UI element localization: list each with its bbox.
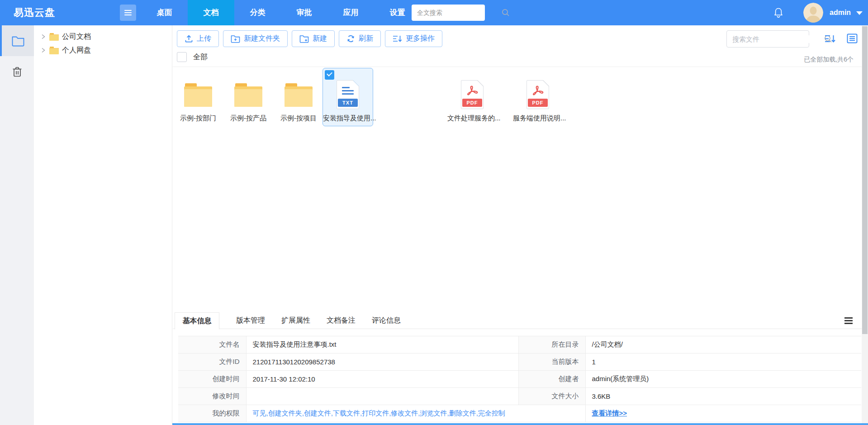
- folder-icon: [49, 33, 59, 41]
- menu-item-approval[interactable]: 审批: [281, 0, 327, 25]
- pdf-file-icon: PDF: [526, 80, 549, 109]
- file-name: 服务端使用说明...: [513, 114, 563, 123]
- folder-nav-icon: [11, 35, 25, 47]
- field-label: 当前版本: [518, 353, 585, 371]
- main-content: 上传 新建文件夹 新建: [173, 25, 862, 425]
- file-item-folder[interactable]: 示例-按项目: [273, 68, 324, 126]
- file-search: [726, 30, 809, 48]
- folder-tree: 公司文档 个人网盘: [34, 25, 172, 425]
- folder-icon: [285, 83, 313, 107]
- file-item-folder[interactable]: 示例-按产品: [223, 68, 274, 126]
- file-item-pdf[interactable]: PDF 服务端使用说明...: [512, 68, 563, 126]
- new-file-button[interactable]: 新建: [292, 30, 335, 47]
- vertical-scrollbar[interactable]: [862, 25, 868, 425]
- upload-button[interactable]: 上传: [177, 30, 219, 47]
- top-navbar: 易迅云盘 桌面 文档 分类 审批 应用 设置 admin: [0, 0, 868, 25]
- new-folder-button-label: 新建文件夹: [244, 34, 280, 43]
- new-file-icon: [299, 35, 309, 43]
- menu-toggle-icon[interactable]: [120, 5, 136, 21]
- global-search-input[interactable]: [412, 9, 502, 16]
- menu-item-documents[interactable]: 文档: [188, 0, 234, 25]
- file-grid: 示例-按部门 示例-按产品 示例-按项目 TXT 安装指导及使用...: [173, 67, 862, 311]
- username[interactable]: admin: [830, 0, 851, 25]
- file-name: 示例-按部门: [173, 114, 223, 123]
- tab-basic-info[interactable]: 基本信息: [175, 312, 219, 329]
- file-item-txt-selected[interactable]: TXT 安装指导及使用...: [323, 68, 373, 126]
- tab-versions[interactable]: 版本管理: [228, 312, 273, 329]
- toolbar: 上传 新建文件夹 新建: [177, 30, 442, 47]
- scrollbar-thumb[interactable]: [862, 26, 868, 334]
- upload-button-label: 上传: [197, 34, 211, 43]
- list-header: 全部 已全部加载,共6个: [173, 51, 862, 67]
- rail-item-trash[interactable]: [0, 56, 34, 87]
- select-all-label: 全部: [193, 53, 208, 62]
- table-row: 修改时间 文件大小 3.6KB: [178, 388, 861, 405]
- app-logo: 易迅云盘: [14, 0, 55, 25]
- refresh-button[interactable]: 刷新: [339, 30, 381, 47]
- new-folder-button[interactable]: 新建文件夹: [223, 30, 288, 47]
- field-value-fileid: 2120171130120209852738: [246, 353, 518, 371]
- file-search-input[interactable]: [727, 35, 824, 43]
- pdf-badge: PDF: [528, 99, 548, 107]
- field-label: 创建者: [518, 371, 585, 388]
- bell-icon[interactable]: [773, 7, 784, 19]
- field-value-modified: [246, 388, 518, 405]
- field-label: 文件ID: [178, 353, 246, 371]
- menu-item-category[interactable]: 分类: [234, 0, 281, 25]
- detail-panel: 基本信息 版本管理 扩展属性 文档备注 评论信息 文件名 安装指导及使用注意事项…: [173, 312, 862, 425]
- field-label: 修改时间: [178, 388, 246, 405]
- tree-item-label: 公司文档: [62, 32, 91, 42]
- global-search: [412, 5, 485, 21]
- avatar[interactable]: [803, 3, 823, 23]
- more-actions-button-label: 更多操作: [406, 34, 435, 43]
- table-row: 文件ID 2120171130120209852738 当前版本 1: [178, 353, 861, 371]
- tree-item-label: 个人网盘: [62, 46, 91, 55]
- field-value-created: 2017-11-30 12:02:10: [246, 371, 518, 388]
- new-file-button-label: 新建: [313, 34, 327, 43]
- tab-comments[interactable]: 评论信息: [364, 312, 409, 329]
- search-icon[interactable]: [502, 9, 510, 17]
- tree-item-personal-drive[interactable]: 个人网盘: [34, 43, 172, 57]
- more-actions-button[interactable]: 更多操作: [385, 30, 442, 47]
- selected-checkbox[interactable]: [325, 70, 334, 80]
- field-label: 创建时间: [178, 371, 246, 388]
- field-value-version: 1: [585, 353, 861, 371]
- list-view-icon[interactable]: [847, 33, 858, 43]
- txt-badge: TXT: [338, 99, 358, 107]
- table-row: 创建时间 2017-11-30 12:02:10 创建者 admin(系统管理员…: [178, 371, 861, 388]
- view-details-link[interactable]: 查看详情>>: [592, 409, 627, 417]
- hamburger-icon[interactable]: [844, 317, 853, 324]
- bottom-accent-line: [172, 423, 868, 425]
- chevron-right-icon[interactable]: [41, 48, 46, 53]
- table-row: 文件名 安装指导及使用注意事项.txt 所在目录 /公司文档/: [178, 336, 861, 353]
- folder-icon: [184, 83, 212, 107]
- tree-item-company-docs[interactable]: 公司文档: [34, 30, 172, 43]
- field-value-creator: admin(系统管理员): [585, 371, 861, 388]
- caret-down-icon[interactable]: [856, 11, 863, 15]
- load-status: 已全部加载,共6个: [804, 56, 854, 64]
- folder-icon: [49, 47, 59, 54]
- table-row: 我的权限 可见,创建文件夹,创建文件,下载文件,打印文件,修改文件,浏览文件,删…: [178, 405, 861, 422]
- left-rail: [0, 25, 34, 425]
- field-value-size: 3.6KB: [585, 388, 861, 405]
- tab-doc-notes[interactable]: 文档备注: [318, 312, 364, 329]
- select-all-checkbox[interactable]: [177, 52, 187, 62]
- file-item-pdf[interactable]: PDF 文件处理服务的...: [447, 68, 498, 126]
- tab-ext-props[interactable]: 扩展属性: [273, 312, 318, 329]
- chevron-right-icon[interactable]: [41, 34, 46, 39]
- rail-item-files[interactable]: [0, 25, 34, 56]
- detail-tabs: 基本信息 版本管理 扩展属性 文档备注 评论信息: [173, 312, 862, 329]
- pdf-logo-icon: [531, 84, 545, 98]
- trash-icon: [12, 66, 23, 78]
- field-label: 所在目录: [518, 336, 585, 353]
- field-value-directory: /公司文档/: [585, 336, 861, 353]
- file-name: 安装指导及使用...: [323, 114, 373, 123]
- menu-item-apps[interactable]: 应用: [327, 0, 374, 25]
- more-actions-icon: [393, 35, 402, 43]
- txt-file-icon: TXT: [337, 80, 359, 109]
- file-name: 文件处理服务的...: [447, 114, 497, 123]
- pdf-logo-icon: [465, 84, 480, 98]
- file-item-folder[interactable]: 示例-按部门: [173, 68, 223, 126]
- sort-icon[interactable]: [824, 34, 836, 43]
- menu-item-desktop[interactable]: 桌面: [141, 0, 188, 25]
